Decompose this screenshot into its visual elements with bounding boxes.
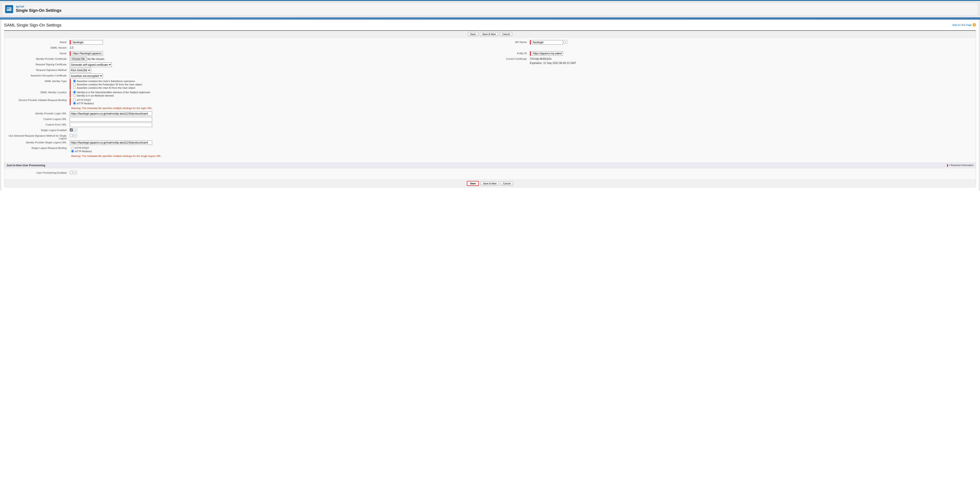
sso-app-icon	[5, 5, 13, 13]
help-link-text: Help for this Page	[952, 24, 972, 26]
idp-slo-url-input[interactable]	[70, 141, 152, 145]
save-button-bottom[interactable]: Save	[467, 181, 479, 186]
label-assertion-decrypt: Assertion Decryption Certificate	[6, 73, 69, 77]
required-indicator	[70, 51, 71, 56]
label-issuer: Issuer	[6, 51, 69, 54]
info-icon[interactable]: i	[564, 40, 567, 44]
required-indicator	[70, 98, 71, 105]
save-and-new-button-top[interactable]: Save & New	[480, 32, 498, 36]
identity-type-radio-3[interactable]	[73, 86, 76, 89]
user-prov-checkbox[interactable]	[70, 171, 73, 174]
saml-version-value: 2.0	[70, 46, 73, 49]
label-sp-binding: Service Provider Initiated Request Bindi…	[6, 98, 69, 101]
header-eyebrow: SETUP	[16, 5, 62, 8]
slo-binding-post: HTTP POST	[75, 147, 89, 149]
page-header: SETUP Single Sign-On Settings	[2, 3, 978, 16]
label-user-prov: User Provisioning Enabled	[6, 171, 69, 174]
info-icon[interactable]: i	[73, 128, 77, 132]
svg-rect-4	[7, 10, 11, 10]
label-idp-cert: Identity Provider Certificate	[6, 57, 69, 60]
use-req-sig-slo-checkbox[interactable]	[70, 134, 73, 137]
required-indicator	[530, 51, 531, 56]
cancel-button-bottom[interactable]: Cancel	[501, 181, 513, 185]
top-button-row: Save Save & New Cancel	[4, 31, 976, 38]
no-file-text: No file chosen	[88, 57, 105, 61]
label-identity-type: SAML Identity Type	[6, 79, 69, 83]
label-idp-login-url: Identity Provider Login URL	[6, 112, 69, 115]
svg-rect-1	[7, 8, 9, 9]
sp-binding-post-radio[interactable]	[73, 99, 76, 101]
sp-binding-post: HTTP POST	[77, 99, 91, 101]
req-sig-method-select[interactable]: RSA-SHA256	[70, 68, 91, 73]
required-legend: = Required Information	[947, 164, 974, 167]
save-button-top[interactable]: Save	[468, 32, 478, 36]
label-name: Name	[6, 40, 69, 43]
slo-binding-warning: Warning: The metadata file specifies mul…	[70, 154, 162, 158]
api-name-input[interactable]	[532, 40, 563, 45]
slo-binding-redirect: HTTP Redirect	[75, 150, 92, 153]
page-title: Single Sign-On Settings	[16, 8, 62, 13]
identity-type-radio-1[interactable]	[73, 80, 76, 83]
save-and-new-button-bottom[interactable]: Save & New	[480, 181, 499, 185]
info-icon[interactable]: i	[73, 171, 77, 174]
required-indicator	[70, 40, 71, 45]
identity-type-opt1: Assertion contains the User's Salesforce…	[77, 80, 135, 83]
svg-rect-2	[9, 8, 11, 8]
required-indicator	[70, 90, 71, 97]
help-icon: ?	[973, 23, 976, 27]
idp-login-url-input[interactable]	[70, 112, 152, 116]
cancel-button-top[interactable]: Cancel	[500, 32, 512, 36]
name-input[interactable]	[72, 40, 103, 45]
label-saml-version: SAML Version	[6, 46, 69, 49]
current-cert-exp: Expiration: 12 Sep 2032 08:45:22 GMT	[530, 61, 576, 65]
label-api-name: API Name	[493, 40, 529, 43]
identity-location-radio-1[interactable]	[73, 91, 76, 94]
identity-location-opt1: Identity is in the NameIdentifier elemen…	[77, 91, 150, 94]
label-identity-location: SAML Identity Location	[6, 90, 69, 94]
assertion-decrypt-select[interactable]: Assertion not encrypted	[70, 73, 103, 78]
label-custom-error-url: Custom Error URL	[6, 123, 69, 126]
info-icon[interactable]: i	[73, 134, 77, 137]
current-cert-cn: CN=idp-9b40cb2e	[530, 57, 552, 61]
slo-enabled-checkbox[interactable]	[70, 128, 73, 131]
decorative-band	[0, 18, 980, 20]
section-title: SAML Single Sign-On Settings	[4, 23, 62, 28]
jit-heading: Just-in-time User Provisioning	[6, 164, 45, 167]
custom-error-url-input[interactable]	[70, 123, 152, 127]
identity-type-opt3: Assertion contains the User ID from the …	[77, 86, 135, 89]
custom-logout-url-input[interactable]	[70, 117, 152, 121]
label-current-cert: Current Certificate	[493, 57, 529, 60]
slo-binding-post-radio[interactable]	[71, 147, 74, 149]
label-slo-binding: Single Logout Request Binding	[6, 146, 69, 149]
issuer-input[interactable]	[72, 51, 103, 56]
label-req-sign-cert: Request Signing Certificate	[6, 62, 69, 66]
identity-location-radio-2[interactable]	[73, 94, 76, 97]
sp-binding-redirect: HTTP Redirect	[77, 102, 94, 105]
choose-file-button[interactable]: Choose File	[70, 57, 87, 61]
label-entity-id: Entity ID	[493, 51, 529, 54]
slo-binding-redirect-radio[interactable]	[71, 150, 74, 153]
identity-type-radio-2[interactable]	[73, 83, 76, 86]
login-binding-warning: Warning: The metadata file specifies mul…	[70, 106, 153, 110]
label-use-req-sig-slo: Use Selected Request Signature Method fo…	[6, 134, 69, 140]
required-indicator	[70, 79, 71, 89]
identity-location-opt2: Identity is in an Attribute element	[77, 94, 114, 97]
required-indicator	[530, 40, 531, 45]
req-sign-cert-select[interactable]: Generate self-signed certificate	[70, 62, 112, 67]
entity-id-input[interactable]	[532, 51, 563, 56]
help-link[interactable]: Help for this Page ?	[952, 23, 976, 27]
form-container: Save Save & New Cancel Name	[4, 30, 976, 187]
jit-section-header: Just-in-time User Provisioning = Require…	[4, 163, 976, 168]
svg-rect-3	[9, 9, 11, 9]
label-req-sig-method: Request Signature Method	[6, 68, 69, 71]
label-custom-logout-url: Custom Logout URL	[6, 117, 69, 120]
label-slo-enabled: Single Logout Enabled	[6, 128, 69, 131]
label-idp-slo-url: Identity Provider Single Logout URL	[6, 141, 69, 144]
bottom-button-row: Save Save & New Cancel	[4, 179, 976, 187]
sp-binding-redirect-radio[interactable]	[73, 102, 76, 105]
identity-type-opt2: Assertion contains the Federation ID fro…	[77, 83, 142, 86]
